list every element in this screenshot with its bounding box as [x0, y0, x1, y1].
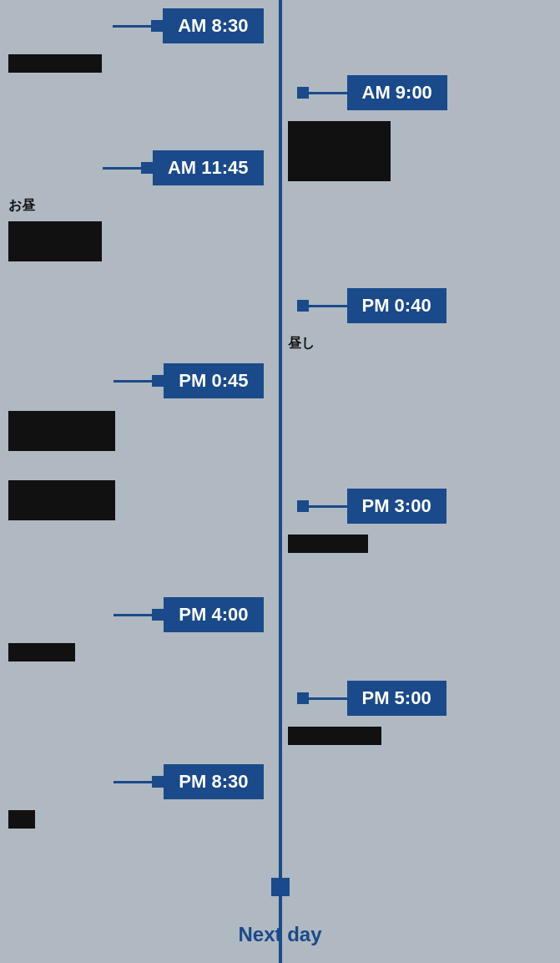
connector-dot-pm045	[152, 375, 164, 387]
time-badge-pm830: PM 8:30	[164, 764, 263, 799]
center-line-bottom-square	[271, 878, 290, 896]
connector-pm045	[114, 380, 164, 383]
desc-pm040: 昼し	[288, 334, 315, 352]
desc-pm045: 業＿＿＿＿＿＿家ど＿＿＿＿＿＿	[8, 411, 115, 451]
desc-am1145: お昼	[8, 196, 35, 215]
timeline-item-am900[interactable]: AM 9:00	[280, 75, 447, 110]
connector-dot-pm500	[297, 692, 309, 704]
connector-dot-pm400	[152, 609, 164, 621]
timeline-item-am830[interactable]: AM 8:30	[113, 8, 280, 43]
timeline-item-pm045[interactable]: PM 0:45	[114, 363, 280, 398]
desc-text-pm500: 学＿＿＿＿＿補	[288, 727, 381, 745]
time-badge-pm040: PM 0:40	[347, 288, 446, 323]
next-day-label[interactable]: Next day	[238, 923, 321, 946]
desc-text-pm400: 三＿＿＿グ	[8, 643, 75, 661]
desc-text-outdoor: 外＿＿＿＿＿てリ＿＿＿＿＿＿	[8, 221, 102, 261]
desc-text-left-extra: ＿＿＿＿＿＿＿、＿＿＿＿＿＿	[8, 480, 115, 520]
connector-am830	[113, 25, 163, 28]
connector-pm830	[114, 781, 164, 783]
time-badge-am900: AM 9:00	[347, 75, 447, 110]
connector-am1145	[103, 167, 153, 170]
time-badge-pm500: PM 5:00	[347, 681, 446, 716]
desc-text-am830: 出発＿＿＿クク	[8, 54, 102, 73]
desc-am900: 今＿＿＿入[＿＿]登＿＿フ＿＿ー＿＿ッ＿	[288, 121, 391, 181]
time-badge-pm300: PM 3:00	[347, 489, 446, 524]
connector-pm500	[297, 697, 347, 700]
connector-dot-am830	[151, 20, 163, 32]
center-line	[279, 0, 282, 963]
timeline-item-pm400[interactable]: PM 4:00	[114, 597, 280, 632]
desc-left-extra: ＿＿＿＿＿＿＿、＿＿＿＿＿＿	[8, 480, 115, 520]
timeline-container: AM 8:30 出発＿＿＿クク AM 9:00 今＿＿＿入[＿＿]登＿＿フ＿＿ー…	[0, 0, 560, 963]
connector-dot-am1145	[141, 162, 153, 174]
desc-pm830: ＿＿	[8, 810, 35, 829]
time-badge-pm045: PM 0:45	[164, 363, 263, 398]
desc-am830: 出発＿＿＿クク	[8, 54, 102, 73]
desc-pm500: 学＿＿＿＿＿補	[288, 727, 381, 745]
time-badge-pm400: PM 4:00	[164, 597, 263, 632]
connector-dot-am900	[297, 87, 309, 99]
desc-text-pm040: 昼し	[288, 336, 315, 350]
connector-dot-pm040	[297, 300, 309, 312]
connector-pm400	[114, 614, 164, 616]
connector-pm040	[297, 305, 347, 307]
connector-am900	[297, 92, 347, 94]
desc-left-outdoor: 外＿＿＿＿＿てリ＿＿＿＿＿＿	[8, 221, 102, 261]
timeline-item-pm500[interactable]: PM 5:00	[280, 681, 446, 716]
desc-text-pm830: ＿＿	[8, 810, 35, 829]
desc-text-pm300: 沙＿＿＿＿ン	[288, 535, 368, 553]
desc-pm300: 沙＿＿＿＿ン	[288, 535, 368, 553]
desc-text-am900: 今＿＿＿入[＿＿]登＿＿フ＿＿ー＿＿ッ＿	[288, 121, 391, 181]
connector-pm300	[297, 505, 347, 508]
connector-dot-pm830	[152, 776, 164, 788]
time-badge-am830: AM 8:30	[163, 8, 263, 43]
timeline-item-pm830[interactable]: PM 8:30	[114, 764, 280, 799]
timeline-item-pm040[interactable]: PM 0:40	[280, 288, 446, 323]
desc-text-am1145: お昼	[8, 198, 35, 212]
timeline-item-am1145[interactable]: AM 11:45	[103, 150, 280, 185]
timeline-item-pm300[interactable]: PM 3:00	[280, 489, 446, 524]
connector-dot-pm300	[297, 500, 309, 512]
time-badge-am1145: AM 11:45	[153, 150, 264, 185]
desc-text-pm045: 業＿＿＿＿＿＿家ど＿＿＿＿＿＿	[8, 411, 115, 451]
desc-pm400: 三＿＿＿グ	[8, 643, 75, 661]
